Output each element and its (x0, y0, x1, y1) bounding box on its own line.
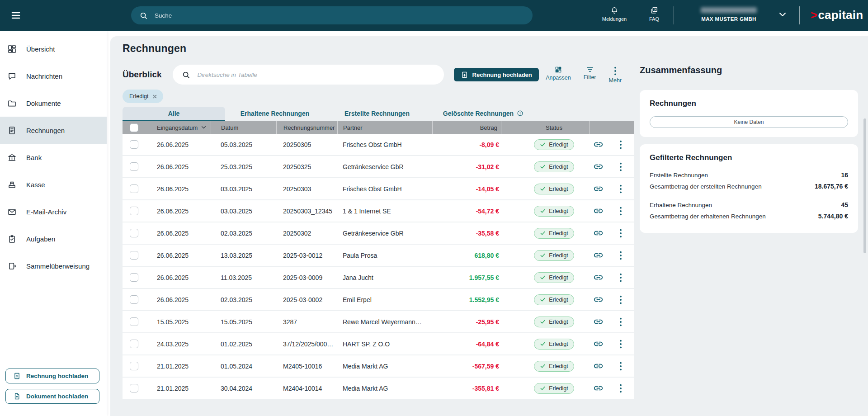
filter-chip-erledigt[interactable]: Erledigt (123, 90, 163, 103)
row-checkbox[interactable] (130, 229, 138, 237)
table-row[interactable]: 26.06.2025 03.03.2025 20250303 Frisches … (123, 178, 634, 199)
toolbar-filter[interactable]: Filter (584, 66, 596, 84)
row-menu-button[interactable] (618, 138, 624, 151)
row-menu-button[interactable] (618, 382, 624, 395)
info-icon[interactable] (517, 110, 524, 117)
rechnung-hochladen-button[interactable]: Rechnung hochladen (5, 369, 99, 383)
table-search[interactable] (173, 65, 444, 85)
sort-chevron-icon[interactable] (201, 126, 206, 129)
table-row[interactable]: 26.06.2025 11.03.2025 2025-03-0009 Jana … (123, 267, 634, 288)
link-button[interactable] (591, 226, 605, 240)
table-row[interactable]: 21.01.2025 30.04.2024 M2404-10014 Media … (123, 378, 634, 399)
row-checkbox[interactable] (130, 384, 138, 392)
row-menu-button[interactable] (618, 293, 624, 307)
sidebar-item-sammelüberweisung[interactable]: Sammelüberweisung (0, 252, 107, 279)
table-row[interactable]: 24.03.2025 01.02.2025 37/12/2025/000… HA… (123, 333, 634, 355)
page-scrollbar-thumb[interactable] (863, 118, 866, 253)
dots-icon (614, 66, 617, 76)
tab-erstellte-rechnungen[interactable]: Erstellte Rechnungen (325, 107, 429, 121)
sidebar-item-bank[interactable]: Bank (0, 144, 107, 171)
column-header-eingangsdatum[interactable]: Eingangsdatum (145, 121, 211, 134)
sidebar-item-rechnungen[interactable]: Rechnungen (0, 117, 107, 144)
row-checkbox[interactable] (130, 295, 138, 304)
tab-gelöschte-rechnungen[interactable]: Gelöschte Rechnungen (429, 107, 537, 121)
row-menu-button[interactable] (618, 271, 624, 284)
table-toolbar: Anpassen Filter Mehr (546, 66, 622, 84)
link-button[interactable] (591, 381, 605, 395)
row-checkbox[interactable] (130, 340, 138, 348)
sidebar-upload-button-label: Dokument hochladen (26, 393, 88, 400)
dokument-hochladen-button[interactable]: Dokument hochladen (5, 389, 99, 404)
check-icon (540, 386, 546, 391)
table-search-input[interactable] (197, 71, 412, 79)
column-header-partner[interactable]: Partner (337, 121, 432, 134)
column-header-rechnungsnummer[interactable]: Rechnungsnummer (276, 121, 337, 134)
tab-erhaltene-rechnungen[interactable]: Erhaltene Rechnungen (225, 107, 325, 121)
link-button[interactable] (591, 270, 605, 284)
row-menu-button[interactable] (618, 315, 624, 329)
faq-button[interactable]: ? FAQ (644, 6, 665, 22)
column-header-actions (589, 121, 607, 134)
global-search-input[interactable] (154, 12, 500, 19)
link-button[interactable] (591, 359, 605, 373)
table-row[interactable]: 26.06.2025 13.03.2025 2025-03-0012 Paula… (123, 245, 634, 266)
row-menu-button[interactable] (618, 182, 624, 196)
row-checkbox[interactable] (130, 273, 138, 282)
sidebar-item-nachrichten[interactable]: Nachrichten (0, 62, 107, 90)
column-header-datum[interactable]: Datum (211, 121, 276, 134)
upload-invoice-button[interactable]: Rechnung hochladen (454, 68, 539, 81)
hamburger-menu-button[interactable] (10, 9, 23, 21)
row-checkbox[interactable] (130, 184, 138, 193)
sidebar-item-label: Aufgaben (26, 235, 55, 243)
sidebar-item-dokumente[interactable]: Dokumente (0, 90, 107, 117)
row-menu-button[interactable] (618, 227, 624, 240)
row-checkbox[interactable] (130, 162, 138, 171)
row-menu-button[interactable] (618, 160, 624, 174)
row-checkbox[interactable] (130, 362, 138, 370)
table-row[interactable]: 26.06.2025 03.03.2025 20250303_12345 1 &… (123, 200, 634, 222)
link-button[interactable] (591, 337, 605, 351)
kebab-icon (619, 162, 622, 172)
cell-partner: Paula Prosa (337, 252, 432, 259)
row-menu-button[interactable] (618, 359, 624, 373)
chip-close-icon[interactable] (152, 94, 157, 99)
sidebar-item-kasse[interactable]: Kasse (0, 171, 107, 198)
row-menu-button[interactable] (618, 337, 624, 351)
link-button[interactable] (591, 182, 605, 196)
table-row[interactable]: 26.06.2025 25.03.2025 20250325 Getränkes… (123, 156, 634, 177)
toolbar-anpassen[interactable]: Anpassen (546, 66, 571, 84)
column-header-status[interactable]: Status (519, 121, 589, 134)
table-row[interactable]: 26.06.2025 02.03.2025 20250302 Getränkes… (123, 222, 634, 244)
sidebar-item-e-mail-archiv[interactable]: E-Mail-Archiv (0, 198, 107, 225)
link-button[interactable] (591, 248, 605, 262)
row-menu-button[interactable] (618, 204, 624, 218)
table-row[interactable]: 21.01.2025 01.05.2024 M2405-10016 Media … (123, 355, 634, 377)
sidebar-item-aufgaben[interactable]: Aufgaben (0, 225, 107, 252)
row-checkbox[interactable] (130, 317, 138, 326)
link-button[interactable] (591, 137, 605, 151)
row-checkbox[interactable] (130, 207, 138, 215)
user-menu[interactable]: MAX MUSTER GMBH (684, 6, 774, 22)
cell-betrag: -355,81 € (432, 385, 501, 392)
row-checkbox[interactable] (130, 251, 138, 260)
column-header-betrag[interactable]: Betrag (432, 121, 501, 134)
no-data-pill: Keine Daten (650, 116, 848, 128)
link-button[interactable] (591, 293, 605, 307)
notifications-button[interactable]: Meldungen (598, 6, 631, 22)
table-row[interactable]: 26.06.2025 05.03.2025 20250305 Frisches … (123, 134, 634, 155)
table-row[interactable]: 26.06.2025 02.03.2025 2025-03-0002 Emil … (123, 289, 634, 310)
link-button[interactable] (591, 315, 605, 329)
select-all-checkbox[interactable] (130, 123, 138, 132)
table-row[interactable]: 15.05.2025 15.05.2025 3287 Rewe Marcel W… (123, 311, 634, 332)
global-search[interactable] (131, 6, 533, 24)
row-checkbox[interactable] (130, 140, 138, 149)
link-button[interactable] (591, 160, 605, 174)
cell-datum: 25.03.2025 (211, 163, 276, 170)
user-menu-chevron-down-icon[interactable] (778, 12, 787, 17)
toolbar-mehr[interactable]: Mehr (609, 66, 622, 84)
tab-alle[interactable]: Alle (123, 107, 225, 121)
sidebar-item-übersicht[interactable]: Übersicht (0, 35, 107, 62)
row-menu-button[interactable] (618, 249, 624, 262)
link-button[interactable] (591, 204, 605, 218)
link-icon (593, 228, 604, 238)
